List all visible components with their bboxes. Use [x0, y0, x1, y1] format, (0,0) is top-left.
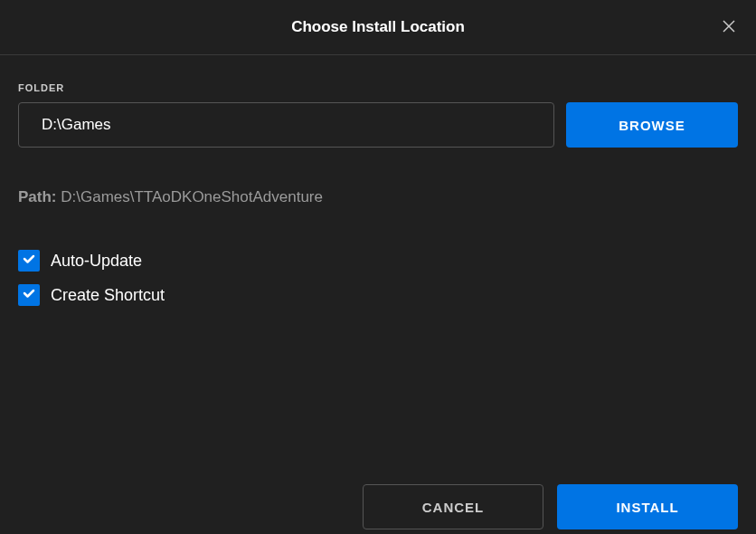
folder-label: FOLDER	[18, 82, 738, 93]
auto-update-label: Auto-Update	[51, 252, 142, 271]
checkbox-box	[18, 250, 40, 272]
dialog-footer: CANCEL INSTALL	[0, 480, 756, 534]
browse-button[interactable]: BROWSE	[566, 102, 738, 148]
path-label: Path:	[18, 188, 61, 205]
cancel-button[interactable]: CANCEL	[363, 484, 543, 529]
checkmark-icon	[22, 252, 36, 270]
create-shortcut-checkbox[interactable]: Create Shortcut	[18, 284, 738, 306]
close-button[interactable]	[718, 16, 740, 38]
folder-input[interactable]	[18, 102, 554, 148]
dialog-content: FOLDER BROWSE Path: D:\Games\TTAoDKOneSh…	[0, 55, 756, 306]
checkbox-box	[18, 284, 40, 306]
install-button[interactable]: INSTALL	[557, 484, 738, 529]
path-row: Path: D:\Games\TTAoDKOneShotAdventure	[18, 188, 738, 206]
checkmark-icon	[22, 286, 36, 304]
folder-row: BROWSE	[18, 102, 738, 148]
dialog-title: Choose Install Location	[291, 18, 465, 36]
path-value: D:\Games\TTAoDKOneShotAdventure	[61, 188, 323, 205]
create-shortcut-label: Create Shortcut	[51, 286, 165, 305]
checkbox-group: Auto-Update Create Shortcut	[18, 250, 738, 306]
close-icon	[722, 19, 736, 36]
auto-update-checkbox[interactable]: Auto-Update	[18, 250, 738, 272]
dialog-header: Choose Install Location	[0, 0, 756, 55]
